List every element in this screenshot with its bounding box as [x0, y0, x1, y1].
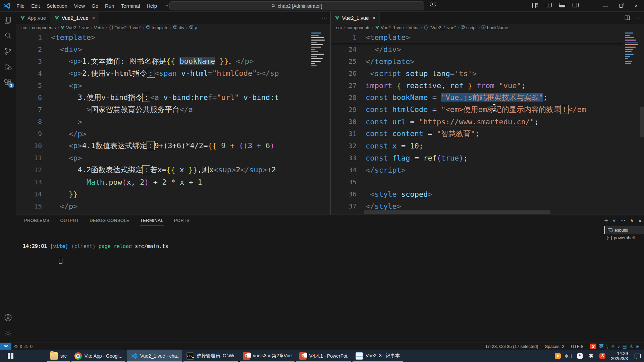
code-line[interactable]: 14 }} [16, 188, 310, 200]
code-line[interactable]: 1<template> [331, 31, 623, 43]
breadcrumb-item[interactable]: {}"Vue2_1.vue" [109, 25, 141, 30]
taskbar-item-notepad[interactable]: Vue2_3 - 记事本 [352, 350, 403, 362]
taskbar-item-folder[interactable]: src [47, 350, 70, 362]
code-line[interactable]: 32const x = 10; [331, 140, 623, 152]
breadcrumb-item[interactable]: script [461, 25, 477, 30]
ime-tool-icon[interactable]: ♪ [618, 344, 620, 349]
notification-center-icon[interactable] [635, 354, 641, 358]
menu-run[interactable]: Run [102, 2, 117, 10]
code-line[interactable]: 11 <p> [16, 152, 310, 164]
breadcrumb-item[interactable]: bookName [481, 25, 508, 30]
taskbar-item-vscode[interactable]: Vue2_1.vue - cha... [127, 350, 182, 362]
search-sidebar-icon[interactable] [3, 31, 13, 41]
breadcrumb-item[interactable]: src [21, 25, 27, 30]
code-line[interactable]: 35 [331, 176, 623, 188]
command-center-search[interactable]: chap2 [Administrator] [169, 1, 424, 10]
terminal-instance-esbuild[interactable]: >_esbuild [604, 226, 644, 234]
code-line[interactable]: 26 <script setup lang='ts'> [331, 67, 623, 79]
breadcrumb-item[interactable]: Vue2_1.vue [60, 25, 89, 30]
close-button[interactable]: × [629, 0, 644, 12]
panel-tab-ports[interactable]: PORTS [173, 215, 191, 226]
taskbar-item-chrome[interactable]: Vite App - Googl... [71, 350, 126, 362]
run-debug-icon[interactable] [3, 61, 13, 72]
new-terminal-button[interactable]: + [604, 217, 608, 224]
tab-Vue2_1.vue[interactable]: Vue2_1.vue× [331, 12, 380, 24]
code-line[interactable]: 12 4.2函数表达式绑定：若x={{ x }},则x<sup>2</sup>+… [16, 164, 310, 176]
menu-view[interactable]: View [71, 2, 88, 10]
code-line[interactable]: 15 </p> [16, 200, 310, 212]
code-line[interactable]: 13 Math.pow(x, 2) + 2 * x + 1 [16, 176, 310, 188]
code-line[interactable]: 9 </p> [16, 128, 310, 140]
tray-app-icon[interactable] [555, 353, 561, 359]
code-line[interactable]: 10 <p>4.1数值表达式绑定：9+(3+6)*4/2={{ 9 + ((3 … [16, 140, 310, 152]
panel-tab-problems[interactable]: PROBLEMS [23, 215, 50, 226]
taskbar-item-ppt[interactable]: Pvuejs3.x-第2章Vue... [239, 350, 295, 362]
toggle-panel-icon[interactable] [559, 3, 565, 7]
start-button[interactable] [0, 350, 21, 362]
sogou-icon[interactable]: S [590, 344, 596, 349]
menu-edit[interactable]: Edit [28, 2, 43, 10]
code-line[interactable]: 25</template> [331, 55, 623, 67]
breadcrumb-item[interactable]: components [346, 25, 370, 30]
code-line[interactable]: 8 > [16, 116, 310, 128]
cursor-position[interactable]: Ln 28, Col 35 (17 selected) [486, 344, 538, 349]
pointer-utility-icon[interactable] [577, 353, 583, 359]
extensions-icon[interactable]: 3 [3, 77, 13, 87]
customize-layout-icon[interactable] [532, 3, 538, 7]
breadcrumb-item[interactable]: template [146, 25, 168, 30]
panel-tab-debug-console[interactable]: DEBUG CONSOLE [89, 215, 130, 226]
tab-close-icon[interactable]: × [92, 15, 95, 21]
tab-close-icon[interactable]: × [373, 15, 376, 21]
breadcrumb-item[interactable]: Vetur [409, 25, 419, 30]
code-line[interactable]: 33const flag = ref(true); [331, 152, 623, 164]
problems-status[interactable]: ⊘ 0 ⚠ 0 [11, 344, 33, 349]
code-editor-left[interactable]: 1<template>2 <div>3 <p>1.文本插值: 图书名称是{{ b… [16, 31, 310, 215]
source-control-icon[interactable] [3, 46, 13, 57]
taskbar-clock[interactable]: 14:29 2025/3/3 [611, 351, 628, 361]
more-actions-icon[interactable]: ⋯ [635, 14, 641, 21]
minimize-button[interactable]: — [598, 0, 613, 12]
breadcrumb-item[interactable]: src [336, 25, 342, 30]
ime-language-toggle[interactable]: 英 [599, 343, 603, 349]
ime-tool-icon[interactable]: ♙ [629, 344, 634, 349]
toggle-secondary-sidebar-icon[interactable] [573, 3, 579, 7]
panel-tab-output[interactable]: OUTPUT [59, 215, 79, 226]
ime-tool-icon[interactable]: ▤ [622, 344, 627, 349]
code-line[interactable]: 1<template> [16, 31, 310, 43]
taskbar-item-cmd[interactable]: C:\_选择管理员: C:\Wi... [183, 350, 238, 362]
code-line[interactable]: 6 3.使用v-bind指令：<a v-bind:href="url" v-bi… [16, 92, 310, 104]
terminal-dropdown-icon[interactable]: ˅ [612, 218, 615, 224]
breadcrumb[interactable]: src›components›Vue2_1.vue›Vetur›{}"Vue2_… [331, 24, 644, 31]
sogou-tray-icon[interactable]: S [599, 353, 605, 359]
code-line[interactable]: 3 <p>1.文本插值: 图书名称是{{ bookName }}。</p> [16, 55, 310, 67]
terminal-output[interactable]: 14:29:01 [vite] (client) page reload src… [16, 226, 168, 343]
terminal-instance-powershell[interactable]: >_powershell [604, 234, 644, 242]
explorer-icon[interactable] [3, 15, 13, 26]
more-actions-icon[interactable]: ⋯ [321, 14, 327, 21]
network-icon[interactable] [566, 354, 572, 358]
code-editor-right[interactable]: 1<template>24 </div>25</template>26 <scr… [331, 31, 623, 215]
tab-App.vue[interactable]: App.vue [16, 12, 50, 24]
code-line[interactable]: 34</script> [331, 164, 623, 176]
code-line[interactable]: 36 <style scoped> [331, 188, 623, 200]
settings-gear-icon[interactable] [3, 328, 13, 339]
breadcrumb[interactable]: src›components›Vue2_1.vue›Vetur›{}"Vue2_… [16, 24, 330, 31]
breadcrumb-item[interactable]: {}"Vue2_1.vue" [423, 25, 456, 30]
remote-indicator[interactable]: >< [0, 343, 11, 350]
minimap[interactable] [624, 31, 639, 215]
panel-close-icon[interactable]: × [638, 218, 641, 224]
panel-maximize-icon[interactable]: ∧ [630, 218, 634, 224]
menu-go[interactable]: Go [89, 2, 101, 10]
minimap[interactable] [310, 31, 326, 215]
breadcrumb-item[interactable]: components [32, 25, 56, 30]
code-line[interactable]: 28const bookName = "Vue.js前端框架技术与实战"; [331, 92, 623, 104]
horizontal-scrollbar[interactable] [364, 210, 550, 214]
account-icon[interactable] [3, 312, 13, 323]
breadcrumb-item[interactable]: div [173, 25, 184, 30]
ime-tool-icon[interactable]: ’, [606, 344, 608, 349]
code-line[interactable]: 7 >国家智慧教育公共服务平台</a [16, 104, 310, 116]
menu-file[interactable]: File [13, 2, 28, 10]
breadcrumb-item[interactable]: Vue2_1.vue [375, 25, 404, 30]
panel-tab-terminal[interactable]: TERMINAL [140, 215, 164, 226]
nav-back-button[interactable]: ← [153, 1, 159, 8]
